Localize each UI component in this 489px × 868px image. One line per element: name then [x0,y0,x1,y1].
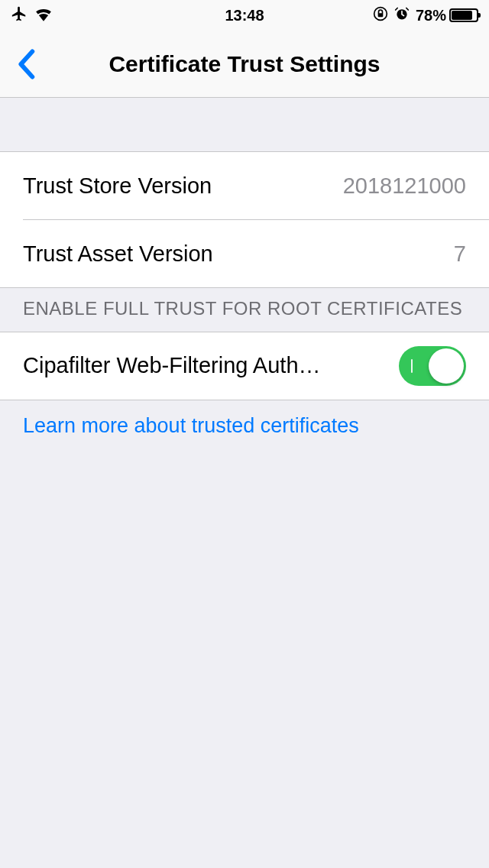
airplane-mode-icon [11,5,28,26]
trust-store-version-row: Trust Store Version 2018121000 [0,152,489,219]
root-certificates-header: ENABLE FULL TRUST FOR ROOT CERTIFICATES [0,288,489,332]
root-certificate-row: Cipafilter Web-Filtering Auth… [0,332,489,400]
wifi-icon [34,6,53,25]
chevron-left-icon [15,49,37,79]
status-right: 78% [373,6,478,25]
status-time: 13:48 [225,7,264,24]
root-certificate-label: Cipafilter Web-Filtering Auth… [23,353,399,378]
orientation-lock-icon [373,6,388,25]
battery-percent-text: 78% [416,7,446,24]
trust-asset-version-row: Trust Asset Version 7 [0,220,489,287]
back-button[interactable] [8,46,44,83]
status-left [11,5,53,26]
alarm-icon [394,6,410,25]
nav-bar: Certificate Trust Settings [0,31,489,98]
trust-store-version-value: 2018121000 [343,173,466,199]
trust-asset-version-label: Trust Asset Version [23,241,454,267]
root-certificates-group: Cipafilter Web-Filtering Auth… [0,332,489,400]
trust-asset-version-value: 7 [454,241,466,267]
svg-rect-1 [378,13,384,17]
page-title: Certificate Trust Settings [0,51,489,77]
status-bar: 13:48 78% [0,0,489,31]
root-certificate-toggle[interactable] [399,346,466,386]
learn-more-link[interactable]: Learn more about trusted certificates [0,400,489,452]
trust-store-version-label: Trust Store Version [23,173,343,199]
version-info-group: Trust Store Version 2018121000 Trust Ass… [0,151,489,288]
battery-indicator: 78% [416,7,478,24]
battery-icon [449,8,478,22]
